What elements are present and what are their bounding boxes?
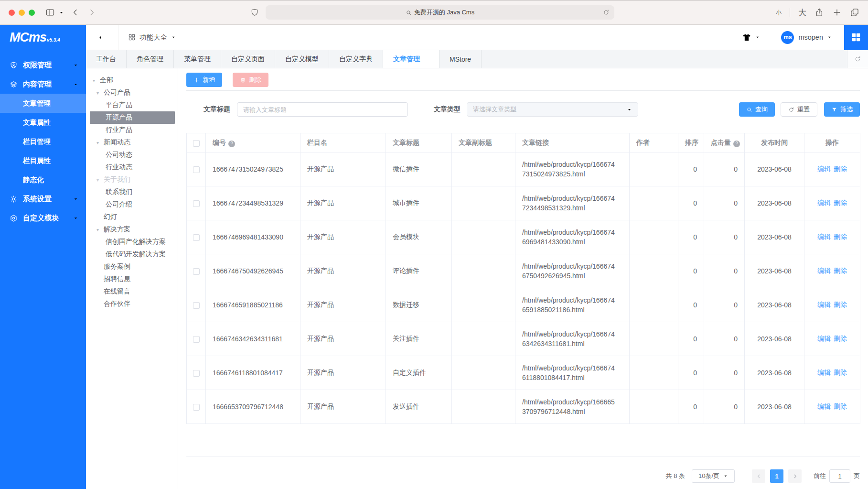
goto-page-input[interactable]: [829, 469, 850, 483]
next-page-button[interactable]: [788, 469, 802, 483]
tree-node-5[interactable]: 行业产品: [90, 124, 175, 136]
sidebar-item-4[interactable]: 自定义模块: [0, 208, 86, 228]
decrease-text-size-button[interactable]: 小: [776, 9, 782, 17]
delete-link[interactable]: 删除: [834, 267, 847, 274]
tree-node-13[interactable]: ▾解决方案: [90, 223, 175, 236]
tree-node-18[interactable]: 在线留言: [90, 285, 175, 298]
tree-node-14[interactable]: 信创国产化解决方案: [90, 236, 175, 248]
edit-link[interactable]: 编辑: [817, 402, 831, 410]
tab-overview-button[interactable]: [850, 8, 859, 17]
reload-icon[interactable]: [603, 9, 610, 16]
edit-link[interactable]: 编辑: [817, 335, 831, 342]
delete-link[interactable]: 删除: [834, 199, 847, 206]
row-checkbox[interactable]: [193, 404, 200, 411]
filter-button[interactable]: 筛选: [824, 102, 860, 117]
chevron-down-icon[interactable]: [755, 35, 760, 40]
type-filter-select[interactable]: 请选择文章类型: [467, 102, 638, 117]
tab-1[interactable]: 工作台: [86, 50, 127, 68]
tree-node-2[interactable]: ▾公司产品: [90, 87, 175, 99]
new-tab-button[interactable]: [832, 8, 842, 17]
feature-menu-dropdown[interactable]: 功能大全: [128, 33, 176, 42]
delete-link[interactable]: 删除: [834, 402, 847, 410]
page-number-button[interactable]: 1: [770, 469, 783, 483]
privacy-shield-icon[interactable]: [250, 8, 259, 17]
delete-link[interactable]: 删除: [834, 165, 847, 173]
tree-node-6[interactable]: ▾新闻动态: [90, 136, 175, 149]
help-icon[interactable]: ?: [733, 141, 740, 147]
menu-fold-icon[interactable]: [98, 33, 107, 42]
edit-link[interactable]: 编辑: [817, 233, 831, 240]
sidebar-item-3[interactable]: 系统设置: [0, 189, 86, 208]
forward-button[interactable]: [87, 8, 96, 17]
sidebar-subitem-active[interactable]: 文章管理: [0, 94, 86, 113]
row-checkbox[interactable]: [193, 166, 200, 173]
row-checkbox[interactable]: [193, 370, 200, 377]
tab-3[interactable]: 菜单管理: [174, 50, 221, 68]
fullscreen-window-button[interactable]: [29, 10, 35, 16]
select-all-checkbox[interactable]: [193, 140, 200, 147]
sidebar-subitem[interactable]: 栏目管理: [0, 132, 86, 151]
back-button[interactable]: [71, 8, 80, 17]
row-checkbox[interactable]: [193, 234, 200, 241]
tree-node-8[interactable]: 行业动态: [90, 161, 175, 174]
tab-4[interactable]: 自定义页面: [221, 50, 275, 68]
tree-node-16[interactable]: 服务案例: [90, 261, 175, 273]
increase-text-size-button[interactable]: 大: [798, 7, 806, 18]
delete-link[interactable]: 删除: [834, 301, 847, 308]
tree-node-12[interactable]: 幻灯: [90, 211, 175, 223]
sidebar-subitem[interactable]: 静态化: [0, 170, 86, 189]
tree-node-1[interactable]: ▾全部: [90, 74, 175, 87]
help-icon[interactable]: ?: [228, 141, 235, 147]
edit-link[interactable]: 编辑: [817, 165, 831, 173]
edit-link[interactable]: 编辑: [817, 199, 831, 206]
row-checkbox[interactable]: [193, 336, 200, 343]
theme-shirt-icon[interactable]: [742, 33, 751, 42]
tree-node-9[interactable]: ▾关于我们: [90, 174, 175, 186]
tree-node-7[interactable]: 公司动态: [90, 149, 175, 161]
add-button[interactable]: 新增: [186, 73, 222, 87]
page-size-select[interactable]: 10条/页: [692, 469, 735, 483]
user-menu-chevron-icon[interactable]: [827, 35, 832, 40]
close-window-button[interactable]: [9, 10, 15, 16]
tab-2[interactable]: 角色管理: [127, 50, 174, 68]
tree-node-10[interactable]: 联系我们: [90, 186, 175, 198]
row-checkbox[interactable]: [193, 302, 200, 309]
tree-expand-icon[interactable]: ▾: [93, 78, 100, 83]
close-icon[interactable]: [424, 57, 429, 62]
tree-expand-icon[interactable]: ▾: [96, 177, 104, 183]
apps-launcher-button[interactable]: [844, 25, 868, 50]
sidebar-subitem[interactable]: 文章属性: [0, 113, 86, 132]
reset-button[interactable]: 重置: [781, 102, 817, 117]
tree-expand-icon[interactable]: ▾: [96, 140, 104, 145]
tab-5[interactable]: 自定义模型: [275, 50, 329, 68]
query-button[interactable]: 查询: [739, 102, 775, 117]
tree-node-17[interactable]: 招聘信息: [90, 273, 175, 285]
address-bar[interactable]: 免费开源的 Java Cms: [266, 5, 614, 20]
delete-link[interactable]: 删除: [834, 369, 847, 376]
tab-refresh-button[interactable]: [847, 50, 868, 68]
minimize-window-button[interactable]: [19, 10, 25, 16]
delete-link[interactable]: 删除: [834, 233, 847, 240]
tab-6[interactable]: 自定义字典: [329, 50, 383, 68]
title-filter-input[interactable]: [237, 102, 408, 117]
edit-link[interactable]: 编辑: [817, 301, 831, 308]
sidebar-item-2[interactable]: 内容管理: [0, 75, 86, 94]
sidebar-subitem[interactable]: 栏目属性: [0, 151, 86, 170]
tab-7[interactable]: 文章管理: [383, 50, 439, 68]
sidebar-item-1[interactable]: 权限管理: [0, 55, 86, 75]
tree-node-3[interactable]: 平台产品: [90, 99, 175, 111]
sidebar-chevron-icon[interactable]: [59, 10, 64, 15]
tab-8[interactable]: MStore: [439, 50, 482, 68]
tree-node-selected[interactable]: 开源产品: [90, 111, 175, 124]
avatar[interactable]: ms: [781, 31, 794, 44]
delete-button[interactable]: 删除: [233, 73, 268, 87]
row-checkbox[interactable]: [193, 268, 200, 275]
prev-page-button[interactable]: [752, 469, 765, 483]
edit-link[interactable]: 编辑: [817, 267, 831, 274]
tree-node-15[interactable]: 低代码开发解决方案: [90, 248, 175, 261]
edit-link[interactable]: 编辑: [817, 369, 831, 376]
share-button[interactable]: [814, 8, 824, 17]
tree-node-11[interactable]: 公司介绍: [90, 198, 175, 211]
row-checkbox[interactable]: [193, 200, 200, 207]
tree-expand-icon[interactable]: ▾: [96, 227, 104, 232]
